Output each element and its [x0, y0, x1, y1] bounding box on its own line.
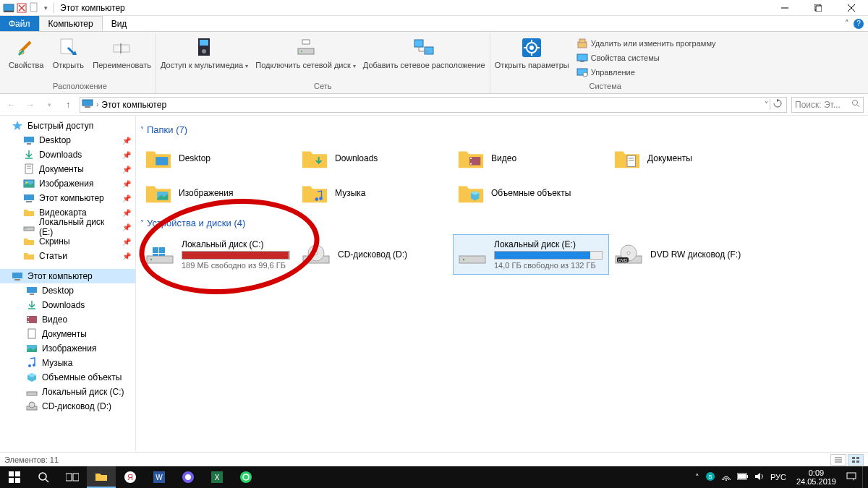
drive-d[interactable]: CD-дисковод (D:)	[297, 234, 453, 275]
svg-rect-61	[28, 329, 35, 338]
sidebar-item-video[interactable]: Видео	[0, 312, 135, 327]
search-input[interactable]: Поиск: Эт...	[791, 97, 864, 113]
folder-desktop[interactable]: Desktop	[140, 141, 297, 176]
taskbar[interactable]: Я W X ˄ S РУС 0:09 24.05.2019	[0, 466, 868, 488]
sidebar-item-pictures[interactable]: Изображения📌	[0, 176, 135, 191]
svg-rect-125	[746, 475, 748, 478]
sidebar-item-local-c[interactable]: Локальный диск (C:)	[0, 385, 135, 399]
svg-rect-54	[14, 279, 20, 281]
qat-new-folder-icon[interactable]	[29, 2, 41, 14]
ribbon-tabs: Файл Компьютер Вид ˄ ?	[0, 16, 868, 32]
taskbar-yandex[interactable]: Я	[116, 466, 145, 488]
maximize-button[interactable]	[801, 0, 835, 16]
sidebar-item-downloads2[interactable]: Downloads	[0, 298, 135, 312]
up-button[interactable]: ↑	[61, 98, 75, 112]
svg-rect-107	[9, 478, 14, 483]
section-drives[interactable]: ˅ Устройства и диски (4)	[140, 218, 864, 228]
sidebar-item-music[interactable]: Музыка	[0, 356, 135, 370]
folder-music[interactable]: Музыка	[297, 176, 453, 210]
sidebar-item-desktop2[interactable]: Desktop	[0, 283, 135, 298]
tray-overflow-icon[interactable]: ˄	[695, 473, 699, 482]
folder-video[interactable]: Видео	[453, 141, 609, 176]
address-dropdown-icon[interactable]: ˅	[765, 100, 768, 108]
open-settings-button[interactable]: Открыть параметры	[495, 36, 569, 69]
sidebar-item-desktop[interactable]: Desktop📌	[0, 133, 135, 147]
svg-rect-67	[27, 392, 37, 395]
minimize-ribbon-icon[interactable]: ˄	[845, 19, 849, 28]
drive-e[interactable]: Локальный диск (E:) 14,0 ГБ свободно из …	[453, 234, 609, 275]
pin-icon: 📌	[122, 252, 131, 260]
search-button[interactable]	[29, 466, 58, 488]
open-button[interactable]: Открыть	[51, 36, 85, 69]
taskbar-word[interactable]: W	[145, 466, 174, 488]
address-bar[interactable]: › Этот компьютер ˅	[80, 97, 787, 113]
tray-clock[interactable]: 0:09 24.05.2019	[792, 468, 841, 486]
content-pane[interactable]: ˅ Папки (7) Desktop Downloads Видео Доку…	[136, 116, 868, 452]
svg-rect-35	[82, 100, 93, 106]
sidebar-item-quick-access[interactable]: Быстрый доступ	[0, 119, 135, 133]
task-view-button[interactable]	[58, 466, 87, 488]
sidebar-item-documents2[interactable]: Документы	[0, 327, 135, 341]
sidebar-item-downloads[interactable]: Downloads📌	[0, 147, 135, 162]
settings-icon	[520, 36, 543, 59]
add-network-location-button[interactable]: Добавить сетевое расположение	[363, 36, 485, 69]
refresh-button[interactable]	[770, 99, 785, 110]
tab-view[interactable]: Вид	[103, 16, 136, 31]
breadcrumb-this-pc[interactable]: Этот компьютер	[101, 100, 166, 110]
view-large-icons-button[interactable]	[848, 454, 864, 466]
properties-button[interactable]: Свойства	[9, 36, 43, 69]
svg-rect-70	[156, 157, 168, 165]
tray-battery-icon[interactable]	[737, 473, 749, 481]
folder-3d-objects[interactable]: Объемные объекты	[453, 176, 609, 210]
qat-properties-icon[interactable]	[16, 2, 27, 14]
manage-button[interactable]: Управление	[576, 67, 716, 78]
tray-volume-icon[interactable]	[754, 471, 765, 483]
sidebar-item-screens[interactable]: Скрины📌	[0, 234, 135, 249]
media-access-button[interactable]: Доступ к мультимедиа ▾	[161, 36, 248, 70]
sidebar-item-articles[interactable]: Статьи📌	[0, 249, 135, 263]
search-icon	[851, 99, 860, 110]
uninstall-program-button[interactable]: Удалить или изменить программу	[576, 38, 716, 49]
tray-action-center-icon[interactable]	[846, 471, 856, 483]
system-properties-button[interactable]: Свойства системы	[576, 52, 716, 64]
drive-c[interactable]: Локальный диск (C:) 189 МБ свободно из 9…	[140, 234, 297, 275]
drive-f[interactable]: DVD DVD RW дисковод (F:)	[609, 234, 765, 275]
sidebar-item-3d-objects[interactable]: Объемные объекты	[0, 370, 135, 385]
system-tray[interactable]: ˄ S РУС 0:09 24.05.2019	[695, 466, 868, 488]
folder-pictures[interactable]: Изображения	[140, 176, 297, 210]
sidebar-item-this-pc-pinned[interactable]: Этот компьютер📌	[0, 191, 135, 205]
navigation-pane[interactable]: Быстрый доступ Desktop📌 Downloads📌 Докум…	[0, 116, 136, 452]
sidebar-item-cd-d[interactable]: CD-дисковод (D:)	[0, 399, 135, 414]
svg-point-109	[39, 473, 46, 480]
sidebar-item-local-e[interactable]: Локальный диск (E:)📌	[0, 220, 135, 234]
map-drive-button[interactable]: Подключить сетевой диск ▾	[255, 36, 356, 70]
folder-documents[interactable]: Документы	[609, 141, 765, 176]
taskbar-viber[interactable]	[174, 466, 203, 488]
start-button[interactable]	[0, 466, 29, 488]
tab-computer[interactable]: Компьютер	[39, 16, 103, 31]
folder-downloads[interactable]: Downloads	[297, 141, 453, 176]
tray-language[interactable]: РУС	[770, 473, 786, 481]
show-desktop-button[interactable]	[862, 466, 867, 488]
taskbar-excel[interactable]: X	[203, 466, 231, 488]
back-button[interactable]: ←	[4, 98, 19, 112]
tray-app-icon[interactable]: S	[705, 471, 715, 483]
taskbar-explorer[interactable]	[87, 466, 116, 488]
sidebar-item-this-pc[interactable]: Этот компьютер	[0, 269, 135, 283]
qat-dropdown-icon[interactable]: ▾	[42, 2, 49, 14]
forward-button[interactable]: →	[23, 98, 38, 112]
close-button[interactable]	[835, 0, 868, 16]
tray-network-icon[interactable]	[721, 471, 731, 483]
minimize-button[interactable]	[768, 0, 801, 16]
recent-locations-button[interactable]: ▾	[42, 98, 56, 112]
svg-rect-19	[425, 47, 433, 54]
rename-button[interactable]: Переименовать	[93, 36, 151, 69]
sidebar-item-pictures2[interactable]: Изображения	[0, 341, 135, 356]
section-folders[interactable]: ˅ Папки (7)	[140, 124, 864, 135]
view-details-button[interactable]	[830, 454, 846, 466]
tab-file[interactable]: Файл	[0, 16, 39, 31]
folder-documents-icon	[613, 144, 642, 173]
sidebar-item-documents[interactable]: Документы📌	[0, 162, 135, 176]
help-icon[interactable]: ?	[854, 19, 864, 29]
taskbar-whatsapp[interactable]	[231, 466, 260, 488]
